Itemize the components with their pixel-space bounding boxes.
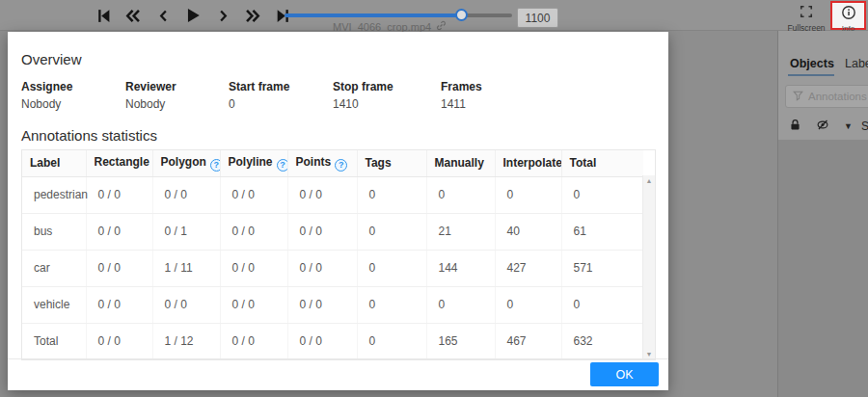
first-frame-button[interactable] bbox=[94, 5, 113, 26]
stat-cell: 0 / 0 bbox=[220, 286, 287, 323]
rewind-button[interactable] bbox=[123, 5, 143, 26]
previous-frame-button[interactable] bbox=[153, 5, 173, 26]
tab-labels[interactable]: Labels bbox=[845, 57, 868, 70]
filter-funnel-icon bbox=[793, 88, 803, 105]
field-reviewer: Reviewer Nobody bbox=[125, 80, 229, 111]
col-tags: Tags bbox=[357, 150, 426, 176]
stats-table-body: pedestrian0 / 00 / 00 / 00 / 00000bus0 /… bbox=[22, 176, 643, 359]
stat-cell: 0 / 0 bbox=[86, 213, 152, 250]
stat-cell: 0 / 0 bbox=[287, 250, 357, 286]
next-frame-button[interactable] bbox=[213, 5, 232, 26]
field-start-frame: Start frame 0 bbox=[229, 80, 333, 111]
active-tab-underline bbox=[788, 74, 834, 76]
help-icon[interactable]: ? bbox=[277, 159, 287, 172]
stat-cell: 0 / 0 bbox=[287, 323, 357, 359]
fullscreen-button[interactable]: Fullscreen bbox=[784, 5, 828, 33]
row-label-cell: pedestrian bbox=[22, 176, 86, 213]
table-row: bus0 / 00 / 10 / 00 / 00214061 bbox=[22, 213, 643, 250]
fullscreen-icon bbox=[800, 5, 813, 21]
table-scrollbar[interactable]: ▲ ▼ bbox=[642, 175, 655, 359]
stat-cell: 0 / 0 bbox=[220, 213, 287, 250]
field-label: Start frame bbox=[229, 80, 333, 93]
table-header-row: Label Rectangle? Polygon? Polyline? Poin… bbox=[22, 150, 643, 176]
modal-footer: OK bbox=[8, 358, 668, 390]
stat-cell: 0 bbox=[561, 286, 643, 323]
stat-cell: 0 bbox=[357, 323, 426, 359]
video-filename: MVI_4066_crop.mp4 bbox=[333, 21, 431, 33]
sidebar-header: Objects Labels Annotations filter ▼ So bbox=[778, 31, 868, 140]
stat-cell: 0 bbox=[561, 176, 643, 213]
tab-objects[interactable]: Objects bbox=[790, 57, 834, 70]
fast-forward-button[interactable] bbox=[243, 5, 262, 26]
info-modal: Overview Assignee Nobody Reviewer Nobody… bbox=[8, 32, 668, 390]
frame-number-input[interactable] bbox=[517, 8, 558, 28]
objects-sidebar: Objects Labels Annotations filter ▼ So bbox=[777, 31, 868, 397]
lock-icon[interactable] bbox=[789, 118, 801, 135]
annotations-filter-input[interactable]: Annotations filter bbox=[785, 85, 868, 108]
stat-cell: 0 / 0 bbox=[220, 176, 287, 213]
table-row: vehicle0 / 00 / 00 / 00 / 00000 bbox=[22, 286, 643, 323]
slider-handle[interactable] bbox=[455, 9, 468, 21]
scroll-up-icon[interactable]: ▲ bbox=[643, 177, 655, 184]
field-label: Assignee bbox=[21, 80, 125, 93]
stat-cell: 0 / 1 bbox=[152, 213, 220, 250]
stat-cell: 0 / 0 bbox=[287, 286, 357, 323]
sort-selector[interactable]: So bbox=[861, 119, 868, 133]
field-stop-frame: Stop frame 1410 bbox=[333, 80, 441, 111]
stat-cell: 0 bbox=[357, 286, 426, 323]
stat-cell: 571 bbox=[561, 250, 643, 286]
caret-down-icon[interactable]: ▼ bbox=[844, 121, 853, 131]
slider-fill bbox=[285, 13, 462, 17]
stat-cell: 0 / 0 bbox=[86, 323, 152, 359]
table-row: car0 / 01 / 110 / 00 / 00144427571 bbox=[22, 250, 643, 286]
scroll-down-icon[interactable]: ▼ bbox=[643, 351, 655, 357]
row-label-cell: car bbox=[22, 250, 86, 286]
stat-cell: 0 / 0 bbox=[287, 213, 357, 250]
info-button[interactable]: Info bbox=[830, 1, 866, 30]
field-value: 0 bbox=[229, 97, 333, 111]
stat-cell: 0 bbox=[426, 176, 495, 213]
col-points: Points? bbox=[287, 150, 357, 176]
field-value: Nobody bbox=[21, 97, 125, 111]
table-row: pedestrian0 / 00 / 00 / 00 / 00000 bbox=[22, 176, 643, 213]
col-total: Total bbox=[561, 150, 643, 176]
stat-cell: 0 / 0 bbox=[287, 176, 357, 213]
statistics-title: Annotations statistics bbox=[21, 127, 655, 144]
stat-cell: 632 bbox=[561, 323, 643, 359]
row-label-cell: vehicle bbox=[22, 286, 86, 323]
row-label-cell: Total bbox=[22, 323, 86, 359]
stat-cell: 144 bbox=[426, 250, 495, 286]
fullscreen-label: Fullscreen bbox=[784, 23, 828, 33]
stat-cell: 1 / 12 bbox=[152, 323, 220, 359]
stat-cell: 21 bbox=[426, 213, 495, 250]
stat-cell: 0 bbox=[495, 286, 561, 323]
stat-cell: 0 / 0 bbox=[152, 286, 220, 323]
stat-cell: 0 bbox=[357, 213, 426, 250]
stat-cell: 0 / 0 bbox=[220, 250, 287, 286]
row-label-cell: bus bbox=[22, 213, 86, 250]
col-polygon: Polygon? bbox=[152, 150, 220, 176]
field-assignee: Assignee Nobody bbox=[21, 80, 125, 111]
stat-cell: 61 bbox=[561, 213, 643, 250]
ok-button[interactable]: OK bbox=[590, 362, 659, 386]
stat-cell: 1 / 11 bbox=[152, 250, 220, 286]
help-icon[interactable]: ? bbox=[210, 159, 220, 172]
stat-cell: 0 bbox=[357, 250, 426, 286]
stat-cell: 427 bbox=[495, 250, 561, 286]
info-label: Info bbox=[832, 24, 864, 33]
field-value: Nobody bbox=[125, 97, 229, 111]
stat-cell: 0 bbox=[495, 176, 561, 213]
overview-fields: Assignee Nobody Reviewer Nobody Start fr… bbox=[21, 80, 655, 111]
help-icon[interactable]: ? bbox=[335, 159, 347, 172]
col-interpolated: Interpolated bbox=[495, 150, 561, 176]
play-button[interactable] bbox=[183, 5, 203, 26]
filter-placeholder: Annotations filter bbox=[808, 91, 868, 102]
stat-cell: 40 bbox=[495, 213, 561, 250]
stat-cell: 0 / 0 bbox=[86, 250, 152, 286]
field-value: 1411 bbox=[441, 97, 482, 111]
stat-cell: 0 / 0 bbox=[86, 286, 152, 323]
stat-cell: 0 / 0 bbox=[220, 323, 287, 359]
col-label: Label bbox=[22, 150, 86, 176]
hide-eye-icon[interactable] bbox=[816, 118, 829, 135]
col-rectangle: Rectangle? bbox=[86, 150, 152, 176]
